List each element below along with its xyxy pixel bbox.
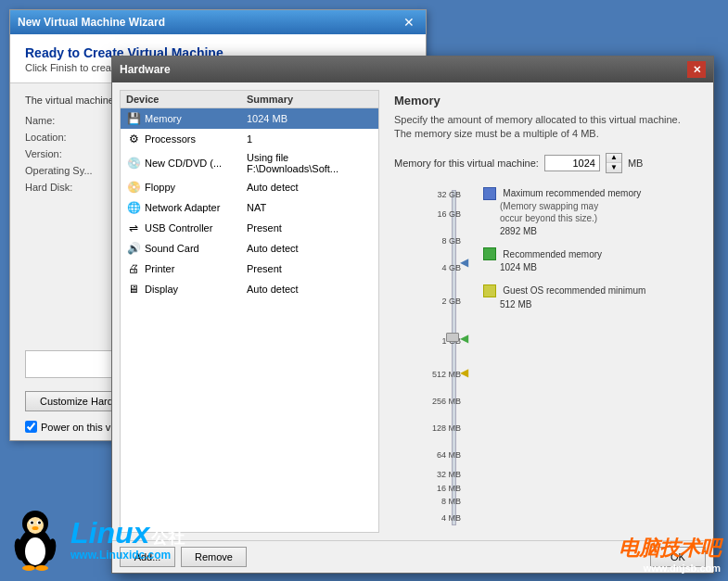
device-name: Display [145,284,247,295]
svg-point-9 [22,565,35,571]
scale-label: 4 GB [441,263,461,272]
device-icon: 🌐 [126,200,141,215]
device-icon: ⇌ [126,221,141,235]
linuxidc-url: www.Linuxidc.com [70,549,185,562]
scale-label: 8 MB [441,497,461,506]
wizard-titlebar: New Virtual Machine Wizard ✕ [10,10,426,34]
min-memory-arrow: ◀ [460,366,468,379]
device-summary: 1 [247,133,373,145]
watermark-text-block: Linux 公社 www.Linuxidc.com [70,518,185,562]
legend-max-sublabel: (Memory swapping mayoccur beyond this si… [500,200,698,224]
scale-label: 32 GB [437,190,461,199]
legend-max-value: 2892 MB [500,226,698,236]
device-row[interactable]: 🖨 Printer Present [121,259,378,279]
device-row[interactable]: ⇌ USB Controller Present [121,218,378,238]
memory-panel: Memory Specify the amount of memory allo… [387,90,706,533]
scale-label: 128 MB [432,423,461,433]
device-row[interactable]: 💾 Memory 1024 MB [121,108,378,129]
device-name: Processors [145,133,247,145]
legend-max-color [483,187,496,200]
dnjsb-url: www.dnjsb.com [644,562,721,574]
wizard-version-label: Version: [25,148,109,159]
legend-item-recommended: Recommended memory 1024 MB [483,247,698,273]
wizard-location-label: Location: [25,132,109,143]
memory-slider-thumb[interactable] [446,333,459,342]
hardware-title: Hardware [120,63,171,76]
linux-suffix: 公社 [151,526,185,549]
scale-label: 16 GB [437,209,461,219]
device-summary: Using file F:\Downloads\Soft... [247,152,373,174]
device-row[interactable]: 💿 New CD/DVD (... Using file F:\Download… [121,149,378,177]
device-row[interactable]: 🖥 Display Auto detect [121,279,378,299]
watermark-dnjsb: 电脑技术吧 www.dnjsb.com [524,525,728,581]
device-icon: 💿 [126,156,141,171]
legend-min-label: Guest OS recommended minimum [503,286,645,297]
device-name: USB Controller [145,222,247,234]
linux-text: Linux [70,518,149,548]
device-icon: 📀 [126,180,141,195]
legend-recommended-value: 1024 MB [500,262,698,272]
device-name: Printer [145,263,247,274]
device-name: New CD/DVD (... [145,158,247,169]
hardware-dialog: Hardware ✕ Device Summary 💾 Memory 1024 … [111,56,714,574]
wizard-close-button[interactable]: ✕ [400,15,418,30]
device-list-header: Device Summary [121,91,378,108]
device-row[interactable]: 🌐 Network Adapter NAT [121,197,378,218]
hardware-content: Device Summary 💾 Memory 1024 MB ⚙ Proces… [112,82,713,540]
device-summary: Auto detect [247,182,373,193]
scale-label: 8 GB [441,236,461,246]
memory-value-input[interactable] [544,155,600,171]
device-name: Network Adapter [145,202,247,213]
svg-point-3 [27,517,44,534]
device-icon: 💾 [126,111,141,126]
memory-panel-title: Memory [394,94,698,107]
legend-item-max: Maximum recommended memory (Memory swapp… [483,186,698,236]
watermark-linux: Linux 公社 www.Linuxidc.com [0,498,278,581]
legend-min-color [483,284,496,297]
legend-recommended-label: Recommended memory [503,249,602,259]
memory-unit-label: MB [628,158,644,169]
device-row[interactable]: ⚙ Processors 1 [121,129,378,149]
device-icon: ⚙ [126,132,141,146]
col-summary-header: Summary [247,94,373,105]
scale-label: 256 MB [432,397,461,406]
svg-point-1 [25,537,45,565]
scale-label: 2 GB [441,297,461,306]
device-row[interactable]: 🔊 Sound Card Auto detect [121,238,378,259]
legend-recommended-color [483,247,496,260]
hardware-close-button[interactable]: ✕ [687,61,706,78]
memory-input-label: Memory for this virtual machine: [394,158,539,169]
device-name: Floppy [145,182,247,193]
legend-min-value: 512 MB [500,299,698,309]
hardware-titlebar: Hardware ✕ [112,57,713,82]
wizard-name-label: Name: [25,115,109,126]
memory-spinner: ▲ ▼ [606,153,622,173]
legend-max-label: Maximum recommended memory [503,188,641,198]
svg-point-6 [31,522,33,524]
wizard-os-label: Operating Sy... [25,165,109,176]
device-icon: 🖥 [126,282,141,297]
device-name: Memory [145,113,247,124]
max-memory-arrow: ◀ [460,256,468,269]
power-on-checkbox[interactable] [25,421,37,433]
memory-decrement-button[interactable]: ▼ [607,163,621,172]
scale-label: 16 MB [437,484,461,493]
memory-input-row: Memory for this virtual machine: ▲ ▼ MB [394,153,698,173]
device-summary: Present [247,222,373,234]
legend-item-min: Guest OS recommended minimum 512 MB [483,284,698,309]
svg-point-7 [38,522,41,524]
memory-increment-button[interactable]: ▲ [607,154,621,163]
device-summary: Auto detect [247,284,373,295]
linux-brand-row: Linux 公社 [70,518,185,549]
memory-legend: Maximum recommended memory (Memory swapp… [476,186,698,529]
device-row[interactable]: 📀 Floppy Auto detect [121,177,378,197]
wizard-disk-label: Hard Disk: [25,182,109,193]
memory-scale-container: 32 GB16 GB8 GB4 GB2 GB1 GB512 MB256 MB12… [394,186,468,529]
scale-label: 32 MB [437,470,461,479]
recommended-memory-arrow: ◀ [460,332,468,345]
svg-point-8 [32,526,39,530]
device-summary: Present [247,263,373,274]
device-list-panel: Device Summary 💾 Memory 1024 MB ⚙ Proces… [120,90,379,533]
svg-point-10 [35,565,48,571]
scale-label: 64 MB [437,450,461,460]
